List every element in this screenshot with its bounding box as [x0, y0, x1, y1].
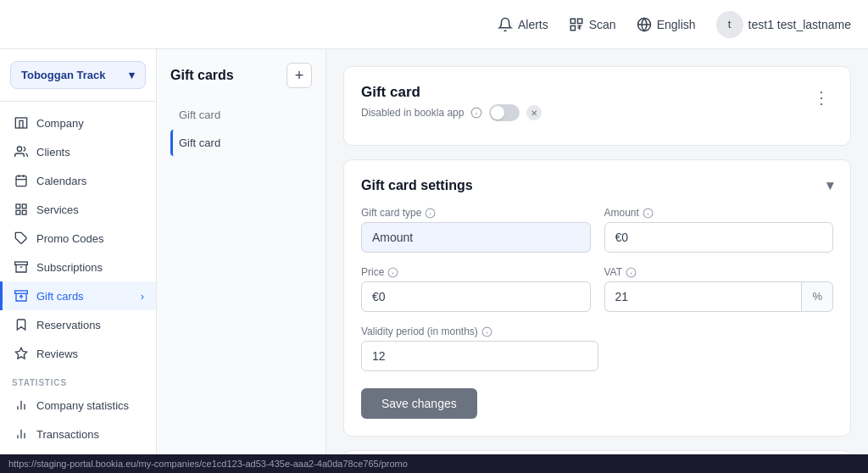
vat-suffix: % [801, 281, 833, 312]
content-area: Gift cards + Gift card Gift card Gift ca… [157, 49, 868, 454]
sidebar: Toboggan Track ▾ Company Clients Calenda… [0, 49, 157, 454]
avatar: t [716, 11, 743, 38]
building-icon [14, 116, 28, 130]
tag-icon [14, 231, 28, 245]
sidebar-item-subscriptions[interactable]: Subscriptions [0, 253, 156, 281]
subscriptions-icon [14, 260, 28, 274]
price-group: Price [361, 266, 591, 312]
scan-label: Scan [589, 18, 616, 31]
user-label: test1 test_lastname [748, 18, 851, 31]
svg-marker-20 [15, 348, 26, 359]
statusbar-url: https://staging-portal.bookia.eu/my-comp… [8, 459, 408, 469]
scan-button[interactable]: Scan [569, 17, 616, 32]
gift-card-list-item-1[interactable]: Gift card [170, 102, 312, 128]
svg-rect-14 [16, 210, 20, 214]
alerts-button[interactable]: Alerts [498, 17, 548, 32]
vat-group: VAT % [604, 266, 834, 312]
svg-rect-5 [15, 118, 26, 128]
price-input[interactable] [361, 281, 591, 312]
type-label: Gift card type [361, 207, 591, 219]
price-label: Price [361, 266, 591, 278]
svg-point-6 [17, 147, 21, 151]
validity-label: Validity period (in months) [361, 326, 833, 337]
disabled-toggle[interactable] [489, 104, 520, 121]
sidebar-item-promo-codes[interactable]: Promo Codes [0, 224, 156, 253]
vat-input-wrapper: % [604, 281, 834, 312]
validity-input[interactable] [361, 341, 598, 371]
topbar: Alerts Scan English t test1 test_lastnam… [0, 0, 868, 49]
sidebar-item-reviews[interactable]: Reviews [0, 339, 156, 368]
sidebar-item-label: Company statistics [36, 399, 129, 412]
statistics-section-label: STATISTICS [0, 368, 156, 391]
bell-icon [498, 17, 513, 32]
amount-info-icon [643, 208, 654, 219]
amount-input[interactable] [604, 222, 834, 253]
sidebar-item-detailed-statistics[interactable]: Detailed statistics [0, 448, 156, 454]
toggle-knob [491, 106, 504, 120]
sidebar-item-label: Clients [36, 146, 70, 159]
main-layout: Toboggan Track ▾ Company Clients Calenda… [0, 49, 868, 454]
settings-chevron[interactable]: ▾ [826, 177, 833, 193]
sidebar-item-label: Transactions [36, 428, 99, 441]
vat-input[interactable] [604, 281, 802, 312]
sidebar-item-company-statistics[interactable]: Company statistics [0, 391, 156, 420]
disabled-label: Disabled in bookla app [361, 107, 464, 119]
alerts-label: Alerts [518, 18, 548, 31]
brand-chevron: ▾ [129, 69, 135, 81]
sidebar-item-calendars[interactable]: Calendars [0, 166, 156, 195]
arrow-icon: › [141, 290, 144, 303]
language-button[interactable]: English [637, 17, 696, 32]
svg-rect-16 [15, 262, 28, 264]
settings-section-title: Gift card settings ▾ [361, 177, 833, 193]
brand-button[interactable]: Toboggan Track ▾ [10, 61, 146, 89]
scan-icon [569, 17, 584, 32]
calendar-icon [14, 174, 28, 187]
users-icon [14, 145, 28, 159]
sidebar-item-clients[interactable]: Clients [0, 137, 156, 166]
sidebar-item-company[interactable]: Company [0, 109, 156, 137]
amount-label: Amount [604, 207, 834, 219]
language-label: English [657, 18, 696, 31]
validity-info-icon [481, 326, 492, 337]
close-toggle-button[interactable]: ✕ [526, 105, 542, 120]
brand-section: Toboggan Track ▾ [0, 49, 156, 102]
sidebar-item-label: Gift cards [36, 290, 84, 303]
main-panel: Gift card Disabled in bookla app ✕ ⋮ [326, 49, 868, 454]
gift-card-title-section: Gift card Disabled in bookla app ✕ [361, 84, 542, 121]
vat-label: VAT [604, 266, 834, 278]
globe-icon [637, 17, 652, 32]
add-gift-card-button[interactable]: + [287, 63, 312, 88]
sidebar-item-label: Calendars [36, 175, 86, 187]
sidebar-item-label: Company [36, 117, 84, 130]
left-panel-title: Gift cards [170, 68, 234, 83]
gift-card-card-header: Gift card Disabled in bookla app ✕ ⋮ [361, 84, 833, 121]
gift-card-header-card: Gift card Disabled in bookla app ✕ ⋮ [343, 66, 851, 146]
validity-group: Validity period (in months) [361, 326, 833, 371]
sidebar-item-reservations[interactable]: Reservations [0, 310, 156, 339]
brand-name: Toboggan Track [21, 69, 105, 81]
gift-card-type-group: Gift card type [361, 207, 591, 253]
sidebar-item-label: Reservations [36, 319, 101, 331]
gift-card-settings-card: Gift card settings ▾ Gift card type Amou… [343, 159, 851, 437]
more-options-button[interactable]: ⋮ [810, 84, 833, 111]
price-info-icon [387, 267, 398, 278]
svg-rect-2 [570, 25, 575, 30]
save-changes-button[interactable]: Save changes [361, 388, 477, 419]
disabled-row: Disabled in bookla app ✕ [361, 104, 542, 121]
sidebar-item-gift-cards[interactable]: Gift cards › [0, 281, 156, 310]
user-menu[interactable]: t test1 test_lastname [716, 11, 851, 38]
svg-rect-0 [570, 19, 575, 23]
sidebar-nav: Company Clients Calendars Services Promo… [0, 102, 156, 454]
gift-card-type-input[interactable] [361, 222, 591, 253]
transactions-icon [14, 427, 28, 441]
svg-rect-18 [15, 291, 28, 293]
bookmark-icon [14, 318, 28, 331]
sidebar-item-services[interactable]: Services [0, 195, 156, 224]
sidebar-item-label: Promo Codes [36, 232, 103, 245]
sidebar-item-transactions[interactable]: Transactions [0, 420, 156, 448]
svg-rect-11 [16, 204, 20, 209]
svg-rect-13 [22, 210, 26, 214]
settings-form-grid: Gift card type Amount [361, 207, 833, 371]
gift-card-list-item-2[interactable]: Gift card [170, 130, 312, 156]
sidebar-item-label: Subscriptions [36, 261, 103, 274]
